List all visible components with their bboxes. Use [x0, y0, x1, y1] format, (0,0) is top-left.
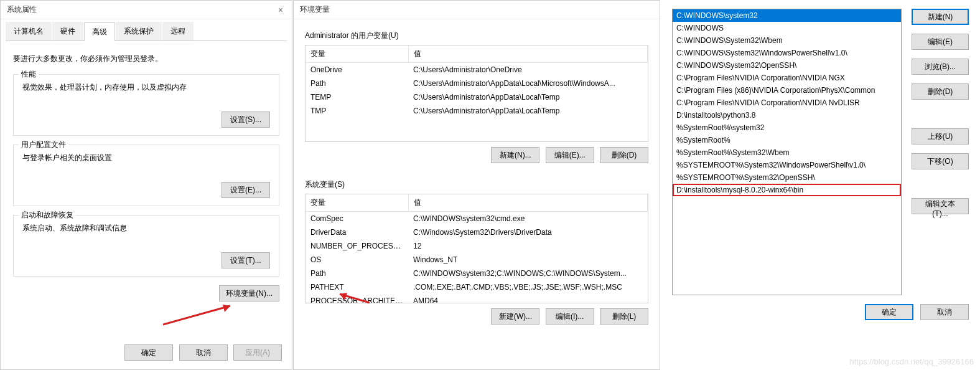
admin-note: 要进行大多数更改，你必须作为管理员登录。: [13, 54, 279, 64]
path-edit-footer: 确定 取消: [661, 304, 980, 329]
sys-btn-row: 新建(W)... 编辑(I)... 删除(L): [305, 308, 648, 325]
tabs: 计算机名硬件高级系统保护远程: [6, 22, 287, 41]
user-new-button[interactable]: 新建(N)...: [491, 147, 539, 163]
list-item[interactable]: %SystemRoot%\system32: [673, 121, 901, 134]
path-up-button[interactable]: 上移(U): [912, 128, 969, 145]
group-desc: 系统启动、系统故障和调试信息: [22, 223, 270, 234]
var-value: 12: [408, 239, 648, 253]
path-list[interactable]: C:\WINDOWS\system32C:\WINDOWSC:\WINDOWS\…: [672, 9, 902, 295]
user-vars-table[interactable]: 变量 值 OneDriveC:\Users\Administrator\OneD…: [305, 45, 648, 142]
table-row[interactable]: PROCESSOR_ARCHITECT...AMD64: [306, 294, 648, 303]
cancel-button[interactable]: 取消: [920, 304, 969, 320]
var-name: PATHEXT: [306, 280, 408, 294]
path-new-button[interactable]: 新建(N): [912, 9, 969, 25]
tab-计算机名[interactable]: 计算机名: [6, 22, 52, 40]
table-row[interactable]: TMPC:\Users\Administrator\AppData\Local\…: [306, 104, 648, 118]
user-delete-button[interactable]: 删除(D): [600, 147, 648, 163]
list-item[interactable]: C:\WINDOWS\System32\Wbem: [673, 34, 901, 47]
var-name: DriverData: [306, 225, 408, 239]
var-name: ComSpec: [306, 212, 408, 226]
table-row[interactable]: NUMBER_OF_PROCESSORS12: [306, 239, 648, 253]
col-var-header[interactable]: 变量: [306, 45, 408, 63]
path-edit-button[interactable]: 编辑(E): [912, 34, 969, 50]
var-name: PROCESSOR_ARCHITECT...: [306, 294, 408, 303]
ok-button[interactable]: 确定: [865, 304, 913, 320]
list-item[interactable]: %SYSTEMROOT%\System32\OpenSSH\: [673, 171, 901, 184]
var-value: C:\WINDOWS\system32\cmd.exe: [408, 212, 648, 226]
group-label: 用户配置文件: [19, 140, 68, 150]
list-item[interactable]: %SYSTEMROOT%\System32\WindowsPowerShell\…: [673, 159, 901, 171]
apply-button[interactable]: 应用(A): [233, 344, 282, 361]
sys-edit-button[interactable]: 编辑(I)...: [546, 308, 594, 325]
var-name: NUMBER_OF_PROCESSORS: [306, 239, 408, 253]
tab-硬件[interactable]: 硬件: [52, 22, 83, 40]
user-edit-button[interactable]: 编辑(E)...: [546, 147, 594, 163]
group-desc: 视觉效果，处理器计划，内存使用，以及虚拟内存: [22, 82, 270, 93]
startup-settings-button[interactable]: 设置(T)...: [222, 252, 270, 268]
group-label: 启动和故障恢复: [19, 210, 76, 221]
table-row[interactable]: PathC:\WINDOWS\system32;C:\WINDOWS;C:\WI…: [306, 267, 648, 280]
var-name: OS: [306, 253, 408, 267]
sys-delete-button[interactable]: 删除(L): [600, 308, 648, 325]
dialog-titlebar: 环境变量: [294, 1, 660, 19]
tab-高级[interactable]: 高级: [84, 22, 115, 41]
col-val-header[interactable]: 值: [408, 45, 648, 63]
path-browse-button[interactable]: 浏览(B)...: [912, 59, 969, 75]
close-icon[interactable]: ×: [276, 5, 286, 15]
list-item[interactable]: %SystemRoot%\System32\Wbem: [673, 146, 901, 159]
tab-系统保护[interactable]: 系统保护: [116, 22, 162, 40]
path-edit-dialog: C:\WINDOWS\system32C:\WINDOWSC:\WINDOWS\…: [661, 0, 980, 324]
system-properties-dialog: 系统属性 × 计算机名硬件高级系统保护远程 要进行大多数更改，你必须作为管理员登…: [0, 0, 292, 370]
list-item[interactable]: D:\installtools\mysql-8.0.20-winx64\bin: [673, 184, 901, 196]
list-item[interactable]: C:\WINDOWS\System32\OpenSSH\: [673, 59, 901, 72]
table-row[interactable]: TEMPC:\Users\Administrator\AppData\Local…: [306, 90, 648, 104]
path-down-button[interactable]: 下移(O): [912, 153, 969, 169]
list-item[interactable]: C:\Program Files\NVIDIA Corporation\NVID…: [673, 72, 901, 84]
sys-new-button[interactable]: 新建(W)...: [491, 308, 539, 325]
list-item[interactable]: C:\Program Files (x86)\NVIDIA Corporatio…: [673, 84, 901, 97]
var-value: .COM;.EXE;.BAT;.CMD;.VBS;.VBE;.JS;.JSE;.…: [408, 280, 648, 294]
table-row[interactable]: PathC:\Users\Administrator\AppData\Local…: [306, 77, 648, 90]
list-item[interactable]: C:\WINDOWS: [673, 22, 901, 34]
path-edit-body: C:\WINDOWS\system32C:\WINDOWSC:\WINDOWS\…: [661, 0, 980, 304]
table-row[interactable]: ComSpecC:\WINDOWS\system32\cmd.exe: [306, 212, 648, 226]
ok-button[interactable]: 确定: [124, 344, 173, 361]
path-delete-button[interactable]: 删除(D): [912, 83, 969, 100]
table-row[interactable]: PATHEXT.COM;.EXE;.BAT;.CMD;.VBS;.VBE;.JS…: [306, 280, 648, 294]
table-row[interactable]: DriverDataC:\Windows\System32\Drivers\Dr…: [306, 225, 648, 239]
tab-body: 要进行大多数更改，你必须作为管理员登录。 性能 视觉效果，处理器计划，内存使用，…: [1, 41, 292, 338]
table-row[interactable]: OneDriveC:\Users\Administrator\OneDrive: [306, 63, 648, 77]
dialog-title: 系统属性: [7, 4, 37, 15]
tab-远程[interactable]: 远程: [162, 22, 194, 40]
perf-settings-button[interactable]: 设置(S)...: [222, 111, 270, 128]
profile-settings-button[interactable]: 设置(E)...: [222, 182, 270, 198]
group-desc: 与登录帐户相关的桌面设置: [22, 153, 270, 163]
watermark: https://blog.csdn.net/qq_39926166: [850, 357, 974, 366]
list-item[interactable]: C:\WINDOWS\system32: [673, 9, 901, 22]
dialog-title: 环境变量: [300, 4, 330, 15]
profile-group: 用户配置文件 与登录帐户相关的桌面设置 设置(E)...: [13, 145, 279, 206]
list-item[interactable]: D:\installtools\python3.8: [673, 109, 901, 121]
var-name: TMP: [306, 104, 408, 118]
list-item[interactable]: C:\Program Files\NVIDIA Corporation\NVID…: [673, 97, 901, 109]
list-item[interactable]: C:\WINDOWS\System32\WindowsPowerShell\v1…: [673, 47, 901, 59]
performance-group: 性能 视觉效果，处理器计划，内存使用，以及虚拟内存 设置(S)...: [13, 74, 279, 136]
var-value: C:\Users\Administrator\AppData\Local\Mic…: [408, 77, 648, 90]
list-item[interactable]: %SystemRoot%: [673, 134, 901, 146]
col-val-header[interactable]: 值: [408, 194, 648, 212]
dialog-titlebar: 系统属性 ×: [1, 1, 292, 19]
group-label: 性能: [19, 69, 39, 80]
path-edittext-button[interactable]: 编辑文本(T)...: [912, 198, 969, 214]
user-btn-row: 新建(N)... 编辑(E)... 删除(D): [305, 147, 648, 163]
sys-vars-label: 系统变量(S): [305, 179, 648, 190]
var-value: C:\Users\Administrator\OneDrive: [408, 63, 648, 77]
env-vars-dialog: 环境变量 Administrator 的用户变量(U) 变量 值 OneDriv…: [293, 0, 660, 370]
user-vars-label: Administrator 的用户变量(U): [305, 31, 648, 41]
table-row[interactable]: OSWindows_NT: [306, 253, 648, 267]
var-value: Windows_NT: [408, 253, 648, 267]
cancel-button[interactable]: 取消: [179, 344, 228, 361]
sys-vars-table[interactable]: 变量 值 ComSpecC:\WINDOWS\system32\cmd.exeD…: [305, 194, 648, 303]
env-vars-button[interactable]: 环境变量(N)...: [219, 285, 279, 301]
var-value: C:\Users\Administrator\AppData\Local\Tem…: [408, 104, 648, 118]
col-var-header[interactable]: 变量: [306, 194, 408, 212]
